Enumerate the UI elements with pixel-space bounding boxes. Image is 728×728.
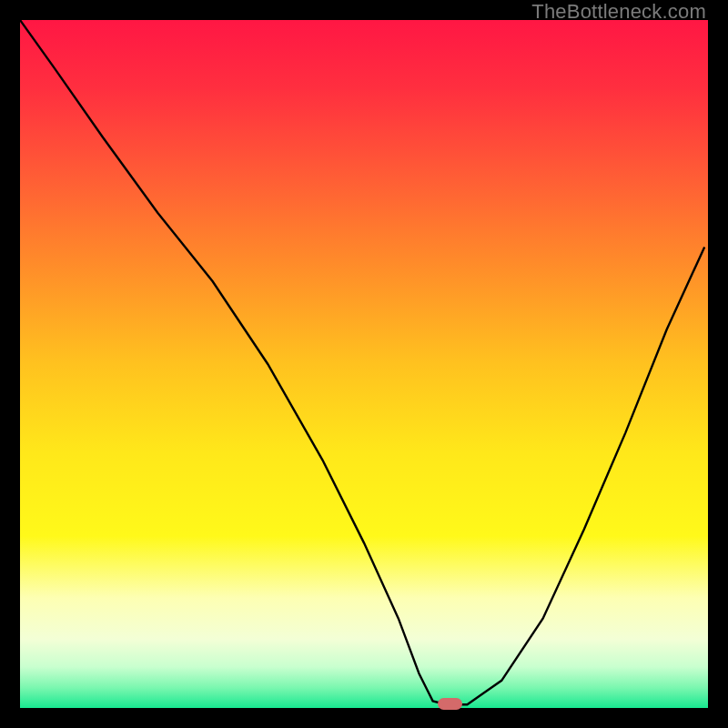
optimal-point-marker (438, 698, 461, 709)
bottleneck-chart (20, 20, 708, 708)
gradient-background (20, 20, 708, 708)
chart-frame (20, 20, 708, 708)
